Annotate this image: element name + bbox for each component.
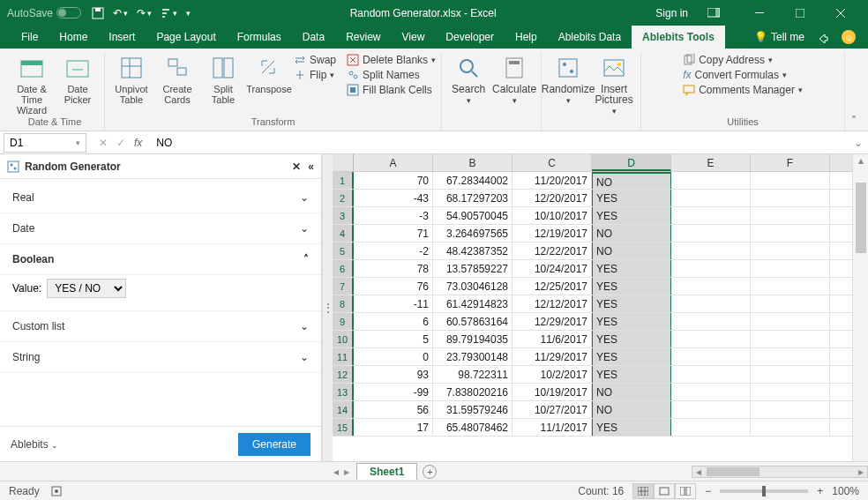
cell[interactable]: [671, 260, 751, 277]
cell[interactable]: NO: [592, 401, 671, 418]
panel-resize-handle[interactable]: ⋮: [322, 154, 333, 461]
delete-blanks-button[interactable]: Delete Blanks ▾: [347, 54, 436, 66]
tell-me-button[interactable]: 💡 Tell me: [754, 31, 804, 43]
search-button[interactable]: Search▾: [447, 54, 490, 106]
cell[interactable]: [671, 207, 751, 224]
cell[interactable]: -3: [354, 207, 433, 224]
close-panel-icon[interactable]: ✕: [292, 160, 301, 173]
cell[interactable]: [751, 313, 830, 330]
cell[interactable]: [671, 331, 751, 347]
cell[interactable]: [751, 401, 830, 418]
cell[interactable]: [751, 172, 830, 189]
cell[interactable]: 5: [354, 331, 433, 347]
cell[interactable]: NO: [592, 384, 671, 400]
value-select[interactable]: YES / NO: [47, 279, 126, 298]
close-button[interactable]: [820, 0, 861, 26]
copy-address-button[interactable]: Copy Address ▾: [683, 54, 803, 66]
section-string[interactable]: String⌄: [0, 342, 321, 373]
cell[interactable]: [751, 348, 830, 365]
qat-more-icon[interactable]: ▾: [186, 9, 191, 18]
cell[interactable]: YES: [592, 313, 671, 330]
transpose-button[interactable]: Transpose: [248, 54, 290, 94]
date-time-wizard-button[interactable]: Date & Time Wizard: [11, 54, 53, 116]
cell[interactable]: 12/25/2017: [513, 278, 592, 295]
cell[interactable]: [671, 278, 751, 295]
section-boolean[interactable]: Boolean˄: [0, 244, 321, 275]
row-header[interactable]: 3: [333, 207, 354, 224]
unpivot-button[interactable]: Unpivot Table: [110, 54, 153, 105]
cell[interactable]: YES: [592, 295, 671, 312]
tab-help[interactable]: Help: [505, 26, 548, 49]
cell[interactable]: 10/10/2017: [513, 207, 592, 224]
cell[interactable]: 56: [354, 401, 433, 418]
tab-file[interactable]: File: [11, 26, 49, 49]
section-date[interactable]: Date⌄: [0, 213, 321, 244]
row-header[interactable]: 14: [333, 401, 354, 418]
cell[interactable]: 89.79194035: [433, 331, 513, 347]
fx-icon[interactable]: fx: [134, 137, 142, 149]
tab-data[interactable]: Data: [292, 26, 335, 49]
cell[interactable]: [671, 295, 751, 312]
sheet-tab[interactable]: Sheet1: [356, 463, 417, 480]
cell[interactable]: -11: [354, 295, 433, 312]
maximize-button[interactable]: [780, 0, 820, 26]
ribbon-display-icon[interactable]: [707, 8, 720, 19]
create-cards-button[interactable]: Create Cards: [156, 54, 198, 105]
scrollbar-thumb[interactable]: [856, 183, 866, 253]
cell[interactable]: 76: [354, 278, 433, 295]
cell[interactable]: [751, 419, 830, 436]
name-box[interactable]: D1▾: [4, 133, 86, 153]
cell[interactable]: [671, 190, 751, 206]
cell[interactable]: -43: [354, 190, 433, 206]
row-header[interactable]: 7: [333, 278, 354, 295]
cell[interactable]: 67.28344002: [433, 172, 513, 189]
row-header[interactable]: 15: [333, 419, 354, 436]
flip-button[interactable]: Flip ▾: [294, 69, 336, 81]
comments-manager-button[interactable]: Comments Manager ▾: [683, 84, 803, 96]
cell[interactable]: 60.57863164: [433, 313, 513, 330]
enter-icon[interactable]: ✓: [116, 137, 125, 149]
cell[interactable]: 23.79300148: [433, 348, 513, 365]
row-header[interactable]: 2: [333, 190, 354, 206]
cell[interactable]: [751, 366, 830, 383]
cell[interactable]: [751, 278, 830, 295]
row-header[interactable]: 9: [333, 313, 354, 330]
cell[interactable]: 10/2/2017: [513, 366, 592, 383]
cell[interactable]: 93: [354, 366, 433, 383]
select-all-corner[interactable]: [333, 154, 354, 171]
cell[interactable]: YES: [592, 348, 671, 365]
cell[interactable]: 12/29/2017: [513, 313, 592, 330]
vertical-scrollbar[interactable]: ▴: [852, 154, 868, 461]
collapse-ribbon-icon[interactable]: ˄: [845, 52, 863, 131]
feedback-icon[interactable]: ☺: [842, 30, 856, 44]
cell[interactable]: [671, 172, 751, 189]
tab-developer[interactable]: Developer: [435, 26, 505, 49]
cell[interactable]: 10/27/2017: [513, 401, 592, 418]
cell[interactable]: 71: [354, 225, 433, 242]
add-sheet-button[interactable]: +: [423, 465, 437, 479]
zoom-level[interactable]: 100%: [832, 485, 859, 497]
save-icon[interactable]: [92, 7, 104, 19]
row-header[interactable]: 8: [333, 295, 354, 312]
cell[interactable]: 78: [354, 260, 433, 277]
cell[interactable]: 73.03046128: [433, 278, 513, 295]
cell[interactable]: 12/12/2017: [513, 295, 592, 312]
row-header[interactable]: 10: [333, 331, 354, 347]
tab-review[interactable]: Review: [335, 26, 391, 49]
col-header-a[interactable]: A: [354, 154, 433, 171]
sheet-nav-next-icon[interactable]: ▸: [344, 466, 349, 478]
section-custom-list[interactable]: Custom list⌄: [0, 311, 321, 342]
cell[interactable]: YES: [592, 190, 671, 206]
col-header-e[interactable]: E: [671, 154, 751, 171]
cell[interactable]: YES: [592, 278, 671, 295]
cell[interactable]: YES: [592, 366, 671, 383]
cell[interactable]: YES: [592, 419, 671, 436]
tab-ablebits-data[interactable]: Ablebits Data: [548, 26, 632, 49]
cell[interactable]: 65.48078462: [433, 419, 513, 436]
tab-insert[interactable]: Insert: [98, 26, 146, 49]
split-names-button[interactable]: Split Names: [347, 69, 436, 81]
cell[interactable]: NO: [592, 225, 671, 242]
row-header[interactable]: 11: [333, 348, 354, 365]
col-header-f[interactable]: F: [751, 154, 830, 171]
macro-record-icon[interactable]: [50, 485, 63, 497]
